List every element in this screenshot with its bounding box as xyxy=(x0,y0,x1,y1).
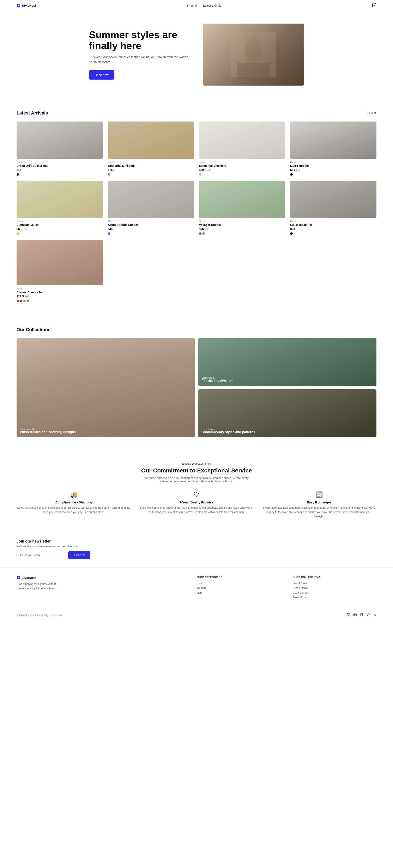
product-price: $81 xyxy=(290,168,295,172)
section-header: Latest Arrivals View all xyxy=(17,111,376,116)
footer-brand-name: StyleNest xyxy=(22,576,35,580)
color-swatches xyxy=(290,173,376,176)
swatch[interactable] xyxy=(202,232,205,235)
collection-cozy[interactable]: Cozy Comfort Plush fabrics and soothing … xyxy=(17,338,195,437)
product-price: $68 xyxy=(17,227,21,230)
swatch[interactable] xyxy=(20,300,22,302)
product-name: Tangerine Mini Tote xyxy=(108,164,194,167)
footer-copyright: © 2024 StyleNest, Inc. All rights reserv… xyxy=(17,614,62,617)
swatch[interactable] xyxy=(26,300,29,302)
swatch[interactable] xyxy=(290,173,293,176)
product-name: Azure Attitude Shades xyxy=(108,223,194,226)
color-swatches xyxy=(290,232,376,235)
product-name: Voyager Hoodie xyxy=(199,223,285,226)
swatch[interactable] xyxy=(17,173,19,176)
view-all-link[interactable]: View all xyxy=(367,112,376,115)
collection-label: Cozy Comfort Plush fabrics and soothing … xyxy=(20,428,76,434)
latest-arrivals-title: Latest Arrivals xyxy=(17,111,48,116)
footer-categories-title: SHOP CATEGORIES xyxy=(196,576,280,579)
collection-urban[interactable]: Urban Oasis For the city dwellers xyxy=(198,338,376,386)
svg-point-9 xyxy=(349,614,349,614)
product-image xyxy=(17,240,103,285)
nav-latest-arrivals[interactable]: Latest arrivals xyxy=(203,4,221,7)
product-original-price: $25 xyxy=(25,295,29,298)
swatch[interactable] xyxy=(17,232,19,235)
footer-link-cozy[interactable]: Cozy Comfort xyxy=(293,591,376,594)
brand-logo[interactable]: StyleNest xyxy=(17,3,36,8)
footer-link-urban[interactable]: Urban Oasis xyxy=(293,586,376,589)
product-prices: $20 xyxy=(290,227,376,230)
product-card[interactable]: Orange Tangerine Mini Tote $150 xyxy=(108,122,194,176)
collection-fusion[interactable]: Fresh Fusion Contemporary styles and pat… xyxy=(198,390,376,437)
footer-bottom: © 2024 StyleNest, Inc. All rights reserv… xyxy=(17,609,376,617)
newsletter-email-input[interactable] xyxy=(17,551,66,559)
x-icon[interactable] xyxy=(373,613,376,617)
collection-label: Fresh Fusion Contemporary styles and pat… xyxy=(201,428,255,434)
swatch[interactable] xyxy=(199,173,201,176)
swatch[interactable] xyxy=(290,232,293,235)
product-price: $76 xyxy=(199,227,204,230)
product-card[interactable]: Beige Elemental Sneakers $80 $100 xyxy=(199,122,285,176)
hero-section: Summer styles are finally here This year… xyxy=(73,11,320,98)
newsletter-section: Join our newsletter We'll send you a nic… xyxy=(0,531,393,567)
product-color: Blue xyxy=(108,220,194,222)
service-subtitle: We pride ourselves on a foundation of ex… xyxy=(141,476,252,483)
swatch[interactable] xyxy=(108,232,110,235)
product-card[interactable]: Yellow Sunbeam Mules $68 $95 xyxy=(17,181,103,235)
product-card[interactable]: Black LA Baseball Hat $20 xyxy=(290,181,376,235)
mobile-icon[interactable] xyxy=(360,613,363,617)
logo-icon xyxy=(17,3,21,8)
products-grid: Black Urban Drift Bucket Hat $15 Orange … xyxy=(17,122,376,176)
product-image xyxy=(17,181,103,218)
hero-text: Summer styles are finally here This year… xyxy=(89,30,190,80)
product-card[interactable]: Blue Azure Attitude Shades $45 xyxy=(108,181,194,235)
product-name: Metro Hoodie xyxy=(290,164,376,167)
quality-icon: 🛡 xyxy=(139,491,254,498)
footer-link-women[interactable]: Women xyxy=(196,586,280,589)
twitter-icon[interactable] xyxy=(367,613,370,617)
nav-shop-all[interactable]: Shop all xyxy=(187,4,197,7)
cart-icon[interactable] xyxy=(372,3,376,8)
swatch[interactable] xyxy=(23,300,26,302)
color-swatches xyxy=(199,232,285,235)
service-title: Our Commitment to Exceptional Service xyxy=(17,467,376,474)
swatch[interactable] xyxy=(17,300,19,302)
instagram-icon[interactable] xyxy=(347,613,350,617)
product-card[interactable]: Green Voyager Hoodie $76 $95 xyxy=(199,181,285,235)
color-swatches xyxy=(108,173,194,176)
product-price: $45 xyxy=(108,227,113,230)
product-color: Black xyxy=(290,161,376,163)
products-grid-2: Yellow Sunbeam Mules $68 $95 Blue Azure … xyxy=(17,181,376,235)
footer-link-unisex[interactable]: Unisex xyxy=(196,582,280,585)
product-card[interactable]: White Classic Canvas Tee $22.5 $25 xyxy=(17,240,103,302)
camera-icon[interactable] xyxy=(353,613,357,617)
product-card[interactable]: Black Urban Drift Bucket Hat $15 xyxy=(17,122,103,176)
service-eyebrow: Elevate your experience xyxy=(17,462,376,465)
nav-links: Shop all Latest arrivals xyxy=(187,4,221,7)
footer-collections-title: SHOP COLLECTIONS xyxy=(293,576,376,579)
product-card[interactable]: Black Metro Hoodie $81 $90 xyxy=(290,122,376,176)
footer-logo: StyleNest xyxy=(17,576,184,580)
hero-fashion-image xyxy=(203,24,304,86)
product-image xyxy=(199,181,285,218)
svg-point-8 xyxy=(348,614,349,616)
swatch[interactable] xyxy=(108,173,110,176)
product-price: $20 xyxy=(290,227,295,230)
footer-link-latest[interactable]: Latest Arrivals xyxy=(293,582,376,585)
footer-link-fusion[interactable]: Fresh Fusion xyxy=(293,596,376,599)
hero-description: This year, our new summer collection wil… xyxy=(89,55,190,64)
hero-title: Summer styles are finally here xyxy=(89,30,190,52)
swatch[interactable] xyxy=(199,232,201,235)
color-swatches xyxy=(108,232,194,235)
product-color: Black xyxy=(290,220,376,222)
collections-grid: Cozy Comfort Plush fabrics and soothing … xyxy=(17,338,376,437)
footer-link-men[interactable]: Men xyxy=(196,591,280,594)
shop-now-button[interactable]: Shop now xyxy=(89,70,114,80)
product-price: $22.5 xyxy=(17,295,24,298)
product-image xyxy=(290,122,376,159)
collections-title: Our Collections xyxy=(17,327,376,332)
product-prices: $22.5 $25 xyxy=(17,295,103,298)
subscribe-button[interactable]: Subscribe xyxy=(68,551,90,559)
svg-rect-5 xyxy=(237,63,270,80)
product-color: Green xyxy=(199,220,285,222)
